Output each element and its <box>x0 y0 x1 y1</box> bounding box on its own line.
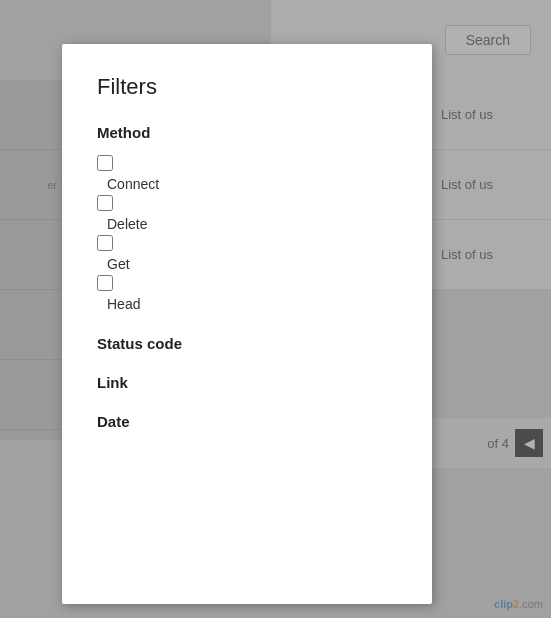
status-code-section[interactable]: Status code <box>97 335 397 352</box>
connect-checkbox-row <box>97 155 397 171</box>
get-checkbox[interactable] <box>97 235 113 251</box>
get-group: Get <box>97 235 397 273</box>
get-checkbox-row <box>97 235 397 251</box>
delete-label[interactable]: Delete <box>107 216 147 232</box>
method-section: Method Connect Delete Get Head <box>97 124 397 313</box>
link-section[interactable]: Link <box>97 374 397 391</box>
head-label[interactable]: Head <box>107 296 140 312</box>
get-label[interactable]: Get <box>107 256 130 272</box>
delete-checkbox[interactable] <box>97 195 113 211</box>
connect-checkbox[interactable] <box>97 155 113 171</box>
head-checkbox-row <box>97 275 397 291</box>
date-section[interactable]: Date <box>97 413 397 430</box>
modal-title: Filters <box>97 74 397 100</box>
delete-checkbox-row <box>97 195 397 211</box>
method-label: Method <box>97 124 397 141</box>
head-group: Head <box>97 275 397 313</box>
connect-label[interactable]: Connect <box>107 176 159 192</box>
filters-modal: Filters Method Connect Delete Get <box>62 44 432 604</box>
delete-group: Delete <box>97 195 397 233</box>
head-checkbox[interactable] <box>97 275 113 291</box>
connect-group: Connect <box>97 155 397 193</box>
